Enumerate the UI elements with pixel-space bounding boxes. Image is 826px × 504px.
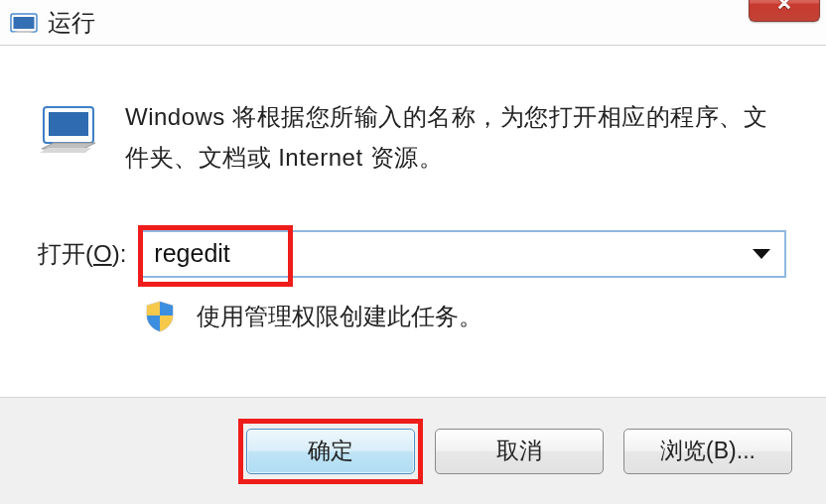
content-area: Windows 将根据您所输入的名称，为您打开相应的程序、文件夹、文档或 Int… [0,46,826,333]
shield-icon [143,300,177,333]
open-input-value: regedit [144,239,229,268]
intro-row: Windows 将根据您所输入的名称，为您打开相应的程序、文件夹、文档或 Int… [38,97,786,179]
open-combo-wrap: regedit [138,230,786,278]
button-bar: 确定 取消 浏览(B)... [0,397,826,504]
open-combobox[interactable]: regedit [138,230,786,278]
run-program-icon [38,99,99,157]
intro-text: Windows 将根据您所输入的名称，为您打开相应的程序、文件夹、文档或 Int… [125,97,786,179]
ok-button[interactable]: 确定 [246,429,415,474]
open-row: 打开(O): regedit [38,230,786,278]
run-titlebar-icon [10,11,38,35]
open-label-letter: O [93,240,112,267]
close-button[interactable]: ✕ [749,0,820,22]
svg-rect-1 [14,17,35,29]
admin-text: 使用管理权限创建此任务。 [197,301,482,332]
browse-button[interactable]: 浏览(B)... [623,429,792,474]
ok-button-wrap: 确定 [246,429,415,474]
chevron-down-icon[interactable] [753,249,770,259]
run-dialog: 运行 ✕ Windows 将根据您所输入的名称，为您打开相应的程序、文件夹、文档… [0,0,826,504]
titlebar: 运行 ✕ [0,0,826,46]
open-label-prefix: 打开( [38,240,93,267]
open-label: 打开(O): [38,238,126,270]
cancel-button[interactable]: 取消 [435,429,604,474]
window-title: 运行 [48,7,95,39]
admin-row: 使用管理权限创建此任务。 [38,300,786,333]
open-label-suffix: ): [112,240,127,267]
close-icon: ✕ [776,0,792,15]
svg-rect-3 [49,112,88,136]
